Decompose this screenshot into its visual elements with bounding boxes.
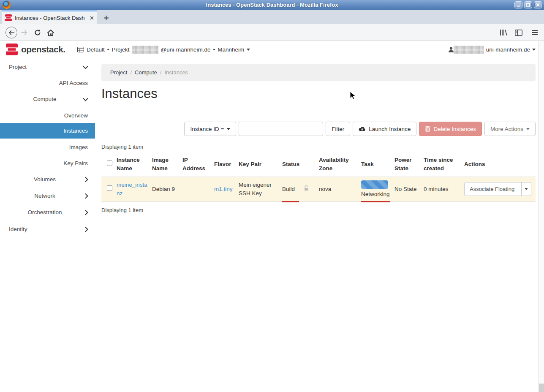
navigation-toolbar: https://portal.bw-cloud.org/project/inst… (0, 24, 544, 41)
user-menu[interactable]: uni-mannheim.de (448, 41, 536, 58)
table-row: meine_instanz Debian 9 m1.tiny Mein eige… (101, 177, 536, 202)
redacted-project-name (132, 46, 158, 54)
sidebar-item-volumes[interactable]: Volumes (0, 172, 95, 188)
cloud-upload-icon (359, 126, 366, 132)
user-label: uni-mannheim.de (486, 46, 530, 53)
minimize-icon (517, 3, 520, 7)
browser-window: Instances - OpenStack Dashboard - Mozill… (0, 0, 544, 392)
cell-availability-zone: nova (319, 177, 361, 202)
back-arrow-icon (8, 30, 15, 35)
forward-button[interactable] (19, 24, 30, 41)
breadcrumb-compute[interactable]: Compute (135, 69, 157, 76)
col-header-lock (303, 152, 319, 177)
breadcrumb-project[interactable]: Project (110, 69, 127, 76)
chevron-right-icon (83, 193, 88, 199)
window-title: Instances - OpenStack Dashboard - Mozill… (0, 0, 544, 10)
chevron-right-icon (83, 210, 88, 215)
sidebar-item-key-pairs[interactable]: Key Pairs (0, 155, 95, 172)
sidebar-navigation: Project API Access Compute Overview Inst… (0, 58, 95, 392)
col-header-power-state: Power State (394, 152, 424, 177)
flavor-link[interactable]: m1.tiny (214, 186, 233, 192)
delete-instances-button[interactable]: Delete Instances (419, 122, 482, 136)
filter-button[interactable]: Filter (326, 122, 350, 136)
row-action-split-button: Associate Floating IP (464, 182, 531, 196)
openstack-logo-icon (6, 44, 18, 55)
col-header-key-pair: Key Pair (239, 152, 282, 177)
cell-image-name: Debian 9 (152, 177, 182, 202)
cell-time-since-created: 0 minutes (424, 177, 464, 202)
launch-instance-button[interactable]: Launch Instance (353, 122, 416, 136)
toolbar-separator (527, 28, 527, 37)
col-header-flavor: Flavor (214, 152, 239, 177)
cell-key-pair: Mein eigener SSH Key (239, 177, 282, 202)
sidebar-item-instances[interactable]: Instances (0, 123, 95, 139)
col-header-availability-zone: Availability Zone (319, 152, 361, 177)
tab-close-icon[interactable] (90, 16, 94, 20)
home-button[interactable] (45, 24, 57, 41)
col-header-status: Status (282, 152, 303, 177)
sidebar-item-identity[interactable]: Identity (0, 221, 95, 237)
sidebar-item-api-access[interactable]: API Access (0, 75, 95, 91)
home-icon (47, 29, 54, 36)
browser-tab[interactable]: Instances - OpenStack Dash (2, 11, 97, 24)
sidebar-item-overview[interactable]: Overview (0, 108, 95, 124)
unlocked-icon (303, 185, 310, 191)
back-button[interactable] (5, 27, 17, 38)
user-icon (448, 46, 454, 53)
cell-status: Build (282, 177, 303, 202)
table-actions-toolbar: Instance ID = Filter Launch Instance (184, 122, 536, 136)
maximize-button[interactable] (524, 1, 532, 8)
library-button[interactable] (498, 24, 509, 41)
sidebar-toggle-icon (515, 30, 522, 36)
forward-arrow-icon (21, 30, 28, 35)
context-project-suffix: @uni-mannheim.de (161, 46, 211, 53)
window-titlebar: Instances - OpenStack Dashboard - Mozill… (0, 0, 544, 10)
col-header-ip-address: IP Address (182, 152, 214, 177)
chevron-down-icon (83, 96, 88, 101)
close-button[interactable] (534, 1, 542, 8)
chevron-right-icon (83, 227, 88, 232)
sidebar-item-network[interactable]: Network (0, 188, 95, 204)
col-header-instance-name: Instance Name (117, 152, 152, 177)
filter-field-dropdown[interactable]: Instance ID = (184, 122, 236, 136)
instance-name-link[interactable]: meine_instanz (117, 182, 147, 196)
menu-button[interactable] (529, 24, 541, 41)
sidebar-item-compute[interactable]: Compute (0, 91, 95, 107)
instances-table: Instance Name Image Name IP Address Flav… (101, 152, 536, 202)
trash-icon (425, 126, 430, 132)
user-caret-icon (532, 49, 536, 51)
col-header-actions: Actions (464, 152, 536, 177)
plus-icon (103, 15, 109, 21)
main-content: Project/Compute/Instances Instances Inst… (95, 58, 539, 392)
more-actions-button[interactable]: More Actions (484, 122, 536, 136)
vertical-scrollbar[interactable] (539, 41, 544, 392)
project-context-switcher[interactable]: Default • Projekt @uni-mannheim.de • Man… (77, 41, 250, 58)
openstack-header: openstack. Default • Projekt @uni-mannhe… (0, 41, 544, 58)
sidebar-item-images[interactable]: Images (0, 139, 95, 155)
sidebar-toggle-button[interactable] (513, 24, 525, 41)
breadcrumb-instances: Instances (164, 69, 188, 76)
new-tab-button[interactable] (101, 14, 112, 22)
context-project-prefix: Projekt (112, 46, 130, 53)
sidebar-item-orchestration[interactable]: Orchestration (0, 204, 95, 220)
sidebar-item-project[interactable]: Project (0, 59, 95, 75)
context-bullet: • (107, 46, 109, 53)
context-caret-icon (247, 49, 250, 51)
maximize-icon (526, 3, 530, 7)
select-all-checkbox[interactable] (107, 161, 112, 166)
chevron-down-icon (525, 188, 528, 190)
associate-floating-ip-button[interactable]: Associate Floating IP (465, 182, 521, 196)
openstack-logo: openstack. (6, 44, 65, 55)
minimize-button[interactable] (514, 1, 522, 8)
reload-button[interactable] (32, 24, 43, 41)
cell-lock (303, 177, 319, 202)
col-header-image-name: Image Name (152, 152, 182, 177)
mouse-cursor (350, 91, 356, 101)
hamburger-icon (531, 30, 538, 35)
row-action-dropdown-toggle[interactable] (521, 182, 531, 196)
openstack-wordmark: openstack. (21, 44, 65, 54)
row-checkbox[interactable] (107, 185, 112, 191)
table-footer-count: Displaying 1 item (101, 207, 143, 213)
openstack-favicon (5, 14, 12, 21)
filter-input[interactable] (239, 122, 323, 136)
